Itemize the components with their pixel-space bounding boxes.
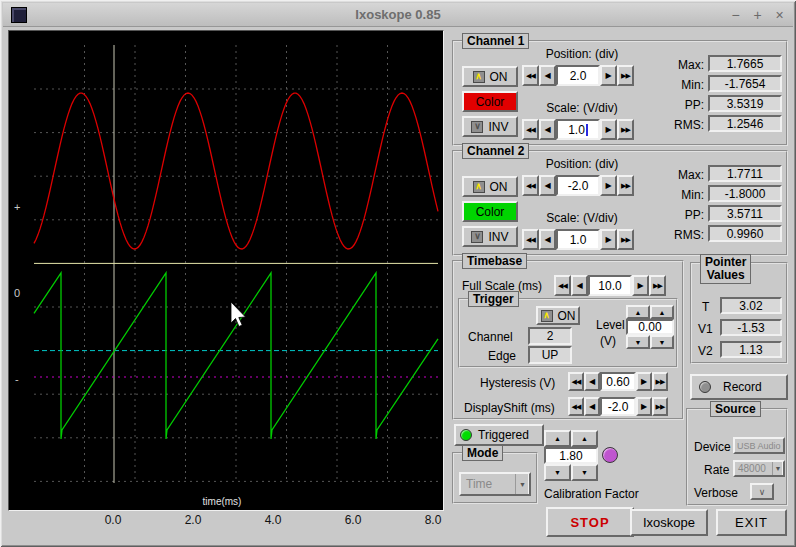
channel2-min-label: Min: <box>646 188 704 202</box>
timebase-frame-title: Timebase <box>462 253 527 269</box>
app-window: Ixoskope 0.85 − + × <box>0 0 796 547</box>
chevron-down-icon: ∨ <box>759 487 766 497</box>
channel1-on-button[interactable]: ∧ ON <box>462 66 518 87</box>
calibration-up-fine-button[interactable]: ▲ <box>544 430 571 447</box>
channel1-position-decrement-button[interactable]: ◀ <box>539 65 556 86</box>
close-button[interactable]: × <box>771 7 788 24</box>
channel2-pp-value: 3.5711 <box>708 205 782 222</box>
full-scale-input[interactable]: 10.0 <box>588 275 632 296</box>
double-left-arrow-icon: ◀◀ <box>572 378 581 386</box>
channel1-invert-button[interactable]: ∨ INV <box>462 116 518 137</box>
channel1-position-fast-decrement-button[interactable]: ◀◀ <box>522 65 539 86</box>
record-button[interactable]: Record <box>690 374 788 400</box>
double-left-arrow-icon: ◀◀ <box>526 182 535 190</box>
channel2-scale-decrement-button[interactable]: ◀ <box>539 229 556 250</box>
mode-frame-title: Mode <box>462 445 503 461</box>
rate-select[interactable]: 48000 ▼ <box>733 460 785 477</box>
device-label: Device <box>694 440 731 454</box>
full-scale-fast-decrement-button[interactable]: ◀◀ <box>554 275 571 296</box>
toggle-indicator-icon: ∧ <box>473 71 485 83</box>
hysteresis-fast-decrement-button[interactable]: ◀◀ <box>568 372 584 391</box>
full-scale-increment-button[interactable]: ▶ <box>632 275 649 296</box>
hysteresis-decrement-button[interactable]: ◀ <box>584 372 600 391</box>
minimize-button[interactable]: − <box>727 7 744 24</box>
channel1-scale-increment-button[interactable]: ▶ <box>600 119 617 140</box>
oscilloscope-display[interactable]: + 0 - time(ms) <box>8 30 444 511</box>
channel2-on-button[interactable]: ∧ ON <box>462 176 518 197</box>
double-right-arrow-icon: ▶▶ <box>621 236 630 244</box>
trigger-edge-value[interactable]: UP <box>528 346 572 364</box>
hysteresis-label: Hysteresis (V) <box>480 376 555 390</box>
left-arrow-icon: ◀ <box>544 181 550 190</box>
channel2-scale-input[interactable]: 1.0 <box>556 229 600 250</box>
left-arrow-icon: ◀ <box>544 125 550 134</box>
channel2-scale-fast-decrement-button[interactable]: ◀◀ <box>522 229 539 250</box>
channel2-position-fast-decrement-button[interactable]: ◀◀ <box>522 175 539 196</box>
x-axis-tick: 0.0 <box>96 513 130 527</box>
down-arrow-icon: ▼ <box>581 469 588 476</box>
displayshift-fast-decrement-button[interactable]: ◀◀ <box>568 397 584 416</box>
full-scale-decrement-button[interactable]: ◀ <box>571 275 588 296</box>
pointer-t-value: 3.02 <box>720 297 782 314</box>
channel2-position-spinner: ◀◀ ◀ -2.0 ▶ ▶▶ <box>522 175 634 196</box>
channel1-scale-fast-decrement-button[interactable]: ◀◀ <box>522 119 539 140</box>
channel1-position-increment-button[interactable]: ▶ <box>600 65 617 86</box>
channel1-rms-label: RMS: <box>646 118 704 132</box>
hysteresis-spinner: ◀◀ ◀ 0.60 ▶ ▶▶ <box>568 372 668 391</box>
stop-button[interactable]: STOP <box>546 507 634 537</box>
triggered-led-icon <box>460 429 472 441</box>
hysteresis-increment-button[interactable]: ▶ <box>636 372 652 391</box>
right-arrow-icon: ▶ <box>605 71 611 80</box>
channel1-scale-input[interactable]: 1.0 <box>556 119 600 140</box>
right-arrow-icon: ▶ <box>605 235 611 244</box>
channel1-min-label: Min: <box>646 78 704 92</box>
channel2-scale-increment-button[interactable]: ▶ <box>600 229 617 250</box>
channel2-scale-fast-increment-button[interactable]: ▶▶ <box>617 229 634 250</box>
displayshift-decrement-button[interactable]: ◀ <box>584 397 600 416</box>
full-scale-spinner: ◀◀ ◀ 10.0 ▶ ▶▶ <box>554 275 666 296</box>
channel2-invert-button[interactable]: ∨ INV <box>462 226 518 247</box>
channel1-position-input[interactable]: 2.0 <box>556 65 600 86</box>
trigger-on-button[interactable]: ∧ ON <box>536 306 580 325</box>
channel2-position-increment-button[interactable]: ▶ <box>600 175 617 196</box>
calibration-down-fine-button[interactable]: ▼ <box>544 464 571 481</box>
level-down-coarse-button[interactable]: ▼ <box>650 335 674 349</box>
device-select[interactable]: USB Audio 0 <box>733 437 785 454</box>
displayshift-increment-button[interactable]: ▶ <box>636 397 652 416</box>
channel1-pp-label: PP: <box>646 98 704 112</box>
channel1-position-fast-increment-button[interactable]: ▶▶ <box>617 65 634 86</box>
hysteresis-fast-increment-button[interactable]: ▶▶ <box>652 372 668 391</box>
ixoskope-button[interactable]: Ixoskope <box>630 509 708 536</box>
hysteresis-input[interactable]: 0.60 <box>600 372 636 391</box>
exit-button[interactable]: EXIT <box>716 509 787 536</box>
channel1-scale-fast-increment-button[interactable]: ▶▶ <box>617 119 634 140</box>
trigger-level-input[interactable]: 0.00 <box>626 319 674 335</box>
calibration-up-coarse-button[interactable]: ▲ <box>571 430 598 447</box>
trigger-channel-value[interactable]: 2 <box>528 327 572 345</box>
level-up-fine-button[interactable]: ▲ <box>626 305 650 319</box>
channel2-position-decrement-button[interactable]: ◀ <box>539 175 556 196</box>
channel2-pp-label: PP: <box>646 208 704 222</box>
level-down-fine-button[interactable]: ▼ <box>626 335 650 349</box>
verbose-select-button[interactable]: ∨ <box>750 483 774 500</box>
channel1-scale-decrement-button[interactable]: ◀ <box>539 119 556 140</box>
channel1-min-value: -1.7654 <box>708 75 782 92</box>
mode-select[interactable]: Time ▼ <box>459 472 531 496</box>
toggle-indicator-icon: ∨ <box>471 121 483 133</box>
channel2-color-button[interactable]: Color <box>462 201 518 222</box>
channel1-color-button[interactable]: Color <box>462 91 518 112</box>
trigger-frame-title: Trigger <box>468 291 519 307</box>
calibration-down-coarse-button[interactable]: ▼ <box>571 464 598 481</box>
left-arrow-icon: ◀ <box>544 71 550 80</box>
displayshift-input[interactable]: -2.0 <box>600 397 636 416</box>
channel1-position-spinner: ◀◀ ◀ 2.0 ▶ ▶▶ <box>522 65 634 86</box>
channel2-position-input[interactable]: -2.0 <box>556 175 600 196</box>
calibration-input[interactable]: 1.80 <box>544 447 598 464</box>
pointer-v2-label: V2 <box>698 344 713 358</box>
level-up-coarse-button[interactable]: ▲ <box>650 305 674 319</box>
displayshift-fast-increment-button[interactable]: ▶▶ <box>652 397 668 416</box>
maximize-button[interactable]: + <box>749 7 766 24</box>
channel2-position-fast-increment-button[interactable]: ▶▶ <box>617 175 634 196</box>
toggle-indicator-icon: ∨ <box>471 231 483 243</box>
full-scale-fast-increment-button[interactable]: ▶▶ <box>649 275 666 296</box>
